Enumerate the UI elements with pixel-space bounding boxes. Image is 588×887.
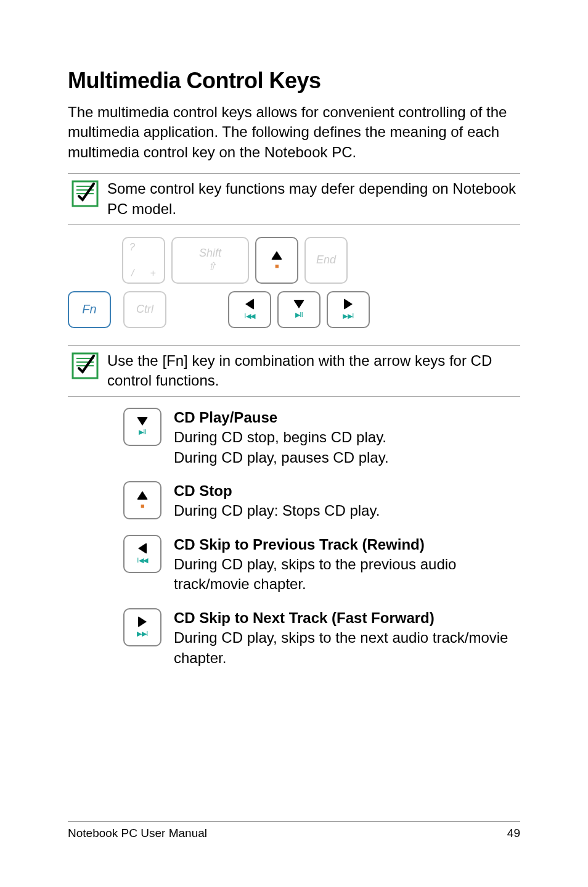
key-row-top: ? / + Shift ⇧ ■ End [68, 237, 520, 284]
arrow-down-icon [293, 300, 304, 308]
key-slash-top-label: ? [129, 242, 135, 253]
arrow-up-icon [137, 491, 148, 500]
note-box-2: Use the [Fn] key in combination with the… [68, 345, 520, 397]
key-arrow-right: ▶▶I [327, 291, 370, 328]
keyboard-illustration: ? / + Shift ⇧ ■ End Fn [68, 237, 520, 328]
section-stop: ■ CD Stop During CD play: Stops CD play. [122, 481, 520, 521]
arrow-left-icon [245, 299, 254, 310]
key-down-sub: ▶II [295, 311, 303, 319]
key-right-sub: ▶▶I [343, 312, 354, 320]
note-icon [68, 351, 102, 381]
arrow-up-icon [271, 251, 282, 260]
key-slash-bottom-label: / + [123, 268, 164, 279]
section-line: During CD play, skips to the previous au… [174, 556, 456, 592]
key-fn: Fn [68, 291, 111, 328]
section-stop-text: CD Stop During CD play: Stops CD play. [163, 481, 520, 521]
note-text-2: Use the [Fn] key in combination with the… [102, 351, 520, 391]
arrow-right-icon [344, 299, 353, 310]
section-play-pause-text: CD Play/Pause During CD stop, begins CD … [163, 408, 520, 468]
arrow-right-icon [138, 616, 147, 627]
note-icon [68, 179, 102, 208]
page-footer: Notebook PC User Manual 49 [68, 821, 520, 840]
section-play-pause: ▶II CD Play/Pause During CD stop, begins… [122, 408, 520, 468]
key-left-sub: I◀◀ [244, 312, 255, 320]
key-shift-label: Shift [199, 247, 221, 260]
section-line: During CD play, pauses CD play. [174, 449, 389, 466]
key-arrow-left: I◀◀ [228, 291, 271, 328]
key-icon-stop: ■ [123, 481, 161, 519]
key-arrow-down: ▶II [277, 291, 321, 328]
key-ctrl: Ctrl [123, 291, 166, 328]
section-title: CD Skip to Next Track (Fast Forward) [174, 609, 435, 626]
section-line: During CD play: Stops CD play. [174, 502, 380, 519]
key-arrow-up: ■ [255, 237, 298, 284]
footer-left: Notebook PC User Manual [68, 827, 207, 840]
key-gap [173, 291, 228, 328]
section-next: ▶▶I CD Skip to Next Track (Fast Forward)… [122, 608, 520, 668]
page-heading: Multimedia Control Keys [68, 68, 520, 94]
section-line: During CD play, skips to the next audio … [174, 629, 508, 666]
note-box-1: Some control key functions may defer dep… [68, 173, 520, 225]
key-slash: ? / + [122, 237, 165, 284]
section-prev-text: CD Skip to Previous Track (Rewind) Durin… [163, 535, 520, 595]
key-up-sub: ■ [275, 262, 279, 270]
section-line: During CD stop, begins CD play. [174, 429, 386, 445]
key-end: End [304, 237, 348, 284]
key-shift: Shift ⇧ [171, 237, 249, 284]
section-title: CD Play/Pause [174, 409, 277, 426]
key-ctrl-label: Ctrl [136, 303, 153, 316]
key-row-bottom: Fn Ctrl I◀◀ ▶II ▶▶I [68, 291, 520, 328]
key-fn-label: Fn [82, 302, 96, 316]
key-icon-next: ▶▶I [123, 608, 161, 646]
key-icon-prev: I◀◀ [123, 535, 161, 573]
intro-paragraph: The multimedia control keys allows for c… [68, 102, 520, 162]
key-icon-play-pause: ▶II [123, 408, 161, 446]
footer-page-number: 49 [507, 827, 520, 840]
arrow-down-icon [137, 417, 148, 426]
section-next-text: CD Skip to Next Track (Fast Forward) Dur… [163, 608, 520, 668]
section-title: CD Skip to Previous Track (Rewind) [174, 536, 425, 553]
section-title: CD Stop [174, 482, 232, 499]
section-prev: I◀◀ CD Skip to Previous Track (Rewind) D… [122, 535, 520, 595]
arrow-left-icon [138, 543, 147, 554]
note-text-1: Some control key functions may defer dep… [102, 179, 520, 219]
key-end-label: End [316, 254, 336, 266]
page: Multimedia Control Keys The multimedia c… [0, 0, 588, 887]
